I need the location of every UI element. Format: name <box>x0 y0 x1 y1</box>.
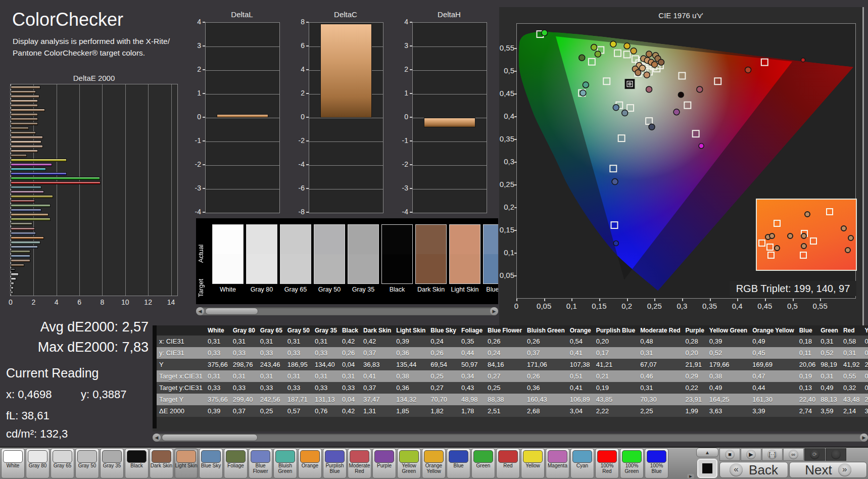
single-measure-button[interactable]: [··] <box>762 448 783 461</box>
patch-button-100-red[interactable]: 100% Red <box>595 448 619 478</box>
table-cell: 0,36 <box>524 382 567 394</box>
swatch-target <box>382 254 412 283</box>
target-row-label: Target <box>197 262 205 297</box>
swatch-scroll-right-icon[interactable]: ▶ <box>490 307 498 315</box>
patch-button-100-blue[interactable]: 100% Blue <box>645 448 668 478</box>
swatch-column: Gray 65 <box>280 224 311 293</box>
table-scroll-left-icon[interactable]: ◀ <box>153 434 161 442</box>
axis-tick-label: 0,3 <box>677 302 687 310</box>
axis-tick-label: -3 <box>393 184 408 192</box>
grid-line <box>309 118 383 118</box>
grid-line <box>206 46 279 47</box>
patch-button-gray-35[interactable]: Gray 35 <box>100 448 124 478</box>
patch-button-orange-yellow[interactable]: Orange Yellow <box>422 448 446 478</box>
deltae-bar <box>11 168 46 171</box>
deltae-bar <box>11 163 52 166</box>
deltae-bar-row <box>11 140 177 143</box>
grid-line <box>206 118 279 118</box>
patch-label: Gray 80 <box>26 463 49 469</box>
patch-label: White <box>2 463 24 469</box>
extra-button[interactable] <box>826 448 846 461</box>
axis-tick-mark <box>306 45 309 46</box>
deltae-bar <box>11 204 51 207</box>
patch-button-magenta[interactable]: Magenta <box>546 448 569 478</box>
axis-tick-mark <box>306 164 309 165</box>
patch-scroll-right-icon[interactable]: ▶ <box>687 474 694 478</box>
stop-button[interactable]: ■ <box>719 448 740 461</box>
axis-tick-mark <box>514 162 517 163</box>
axis-tick-mark <box>514 116 517 117</box>
patch-button-moderate-red[interactable]: Moderate Red <box>348 448 371 478</box>
table-scrollbar[interactable]: ◀ ▶ <box>153 434 868 442</box>
patch-button-blue-sky[interactable]: Blue Sky <box>199 448 223 478</box>
patch-button-100-green[interactable]: 100% Green <box>620 448 644 478</box>
patch-button-green[interactable]: Green <box>471 448 495 478</box>
axis-tick-label: 14 <box>167 298 175 306</box>
back-button[interactable]: « Back <box>719 462 788 478</box>
max-de2000: Max dE2000: 7,83 <box>7 340 149 355</box>
table-row-label: Target y:CIE31 <box>157 382 205 394</box>
table-cell: 0,31 <box>205 336 230 347</box>
patch-button-gray-65[interactable]: Gray 65 <box>51 448 74 478</box>
stop-icon: ■ <box>725 450 735 459</box>
pattern-up-button[interactable]: ▲ <box>696 448 718 457</box>
patch-button-orange[interactable]: Orange <box>298 448 322 478</box>
patch-button-dark-skin[interactable]: Dark Skin <box>150 448 173 478</box>
table-cell: 375,66 <box>205 359 230 370</box>
patch-button-black[interactable]: Black <box>125 448 149 478</box>
table-cell: 0,31 <box>258 370 285 382</box>
patch-button-gray-80[interactable]: Gray 80 <box>26 448 50 478</box>
axis-tick-mark <box>410 93 412 94</box>
table-cell: 0,31 <box>285 336 312 347</box>
table-scroll-right-icon[interactable]: ▶ <box>860 434 868 442</box>
patch-label: Purplish Blue <box>323 463 346 474</box>
patch-button-yellow[interactable]: Yellow <box>521 448 545 478</box>
swatch-target <box>314 254 345 283</box>
swatch-scrollbar[interactable]: ◀ ▶ <box>196 307 498 315</box>
table-cell: 0,33 <box>230 382 258 394</box>
table-scroll-thumb[interactable] <box>162 434 258 441</box>
patch-button-blue-flower[interactable]: Blue Flower <box>249 448 272 478</box>
axis-tick-mark <box>306 212 309 213</box>
deltae-bar-row <box>11 145 177 148</box>
continuous-measure-button[interactable]: ∞ <box>783 448 804 461</box>
measure-controls: ■▶[··]∞⟳ <box>719 448 847 461</box>
patch-button-purple[interactable]: Purple <box>372 448 396 478</box>
patch-button-gray-50[interactable]: Gray 50 <box>75 448 99 478</box>
swatch-column: Gray 35 <box>348 224 379 293</box>
table-cell: 50,97 <box>459 359 485 370</box>
swatch-actual <box>382 225 412 254</box>
delta-bar <box>320 24 372 118</box>
patch-button-white[interactable]: White <box>1 448 25 478</box>
patch-color-chip <box>152 450 171 463</box>
swatch-label: Gray 35 <box>348 286 379 293</box>
inset-target-square <box>800 252 807 259</box>
cie-measured-point <box>673 109 680 115</box>
pattern-window-button[interactable] <box>697 459 717 478</box>
swatch-scroll-thumb[interactable] <box>205 308 258 315</box>
axis-tick-label: 0 <box>514 302 518 310</box>
patch-button-foliage[interactable]: Foliage <box>224 448 248 478</box>
table-cell: 0,19 <box>797 370 818 382</box>
patch-button-yellow-green[interactable]: Yellow Green <box>397 448 421 478</box>
deltae-bar-row <box>11 118 177 121</box>
axis-tick-label: -4 <box>393 208 408 216</box>
patch-button-blue[interactable]: Blue <box>447 448 470 478</box>
cie-measured-point <box>610 41 616 47</box>
next-button[interactable]: Next » <box>789 462 867 478</box>
table-row-label: x: CIE31 <box>157 336 205 347</box>
axis-tick-label: 0 <box>393 113 408 121</box>
patch-color-chip <box>622 450 642 463</box>
patch-button-purplish-blue[interactable]: Purplish Blue <box>323 448 347 478</box>
refresh-button[interactable]: ⟳ <box>804 448 825 461</box>
table-cell: 0,25 <box>428 370 459 382</box>
patch-button-red[interactable]: Red <box>496 448 520 478</box>
patch-button-light-skin[interactable]: Light Skin <box>174 448 198 478</box>
play-button[interactable]: ▶ <box>741 448 761 461</box>
patch-button-cyan[interactable]: Cyan <box>570 448 594 478</box>
patch-color-chip <box>548 450 567 463</box>
swatch-scroll-left-icon[interactable]: ◀ <box>196 307 204 315</box>
table-cell: 0,31 <box>818 370 841 382</box>
patch-button-bluish-green[interactable]: Bluish Green <box>273 448 297 478</box>
deltae-bar-row <box>11 154 177 157</box>
